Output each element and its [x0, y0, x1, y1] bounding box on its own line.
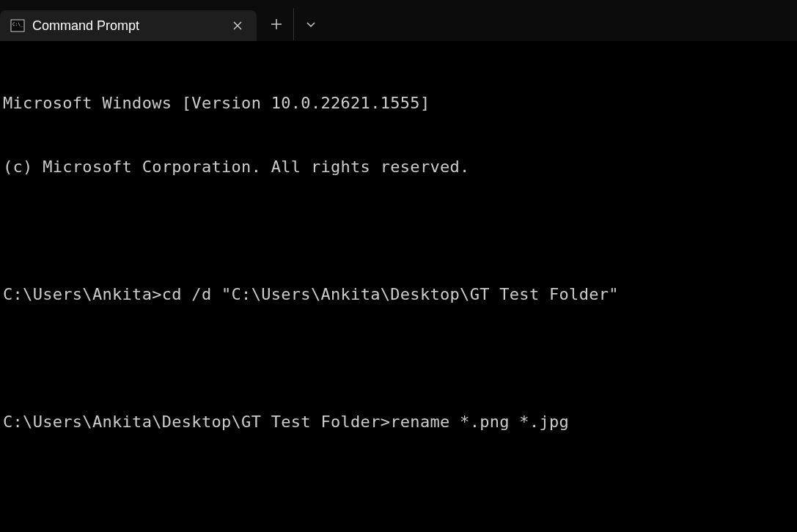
command-1: cd /d "C:\Users\Ankita\Desktop\GT Test F…	[162, 284, 619, 305]
version-line: Microsoft Windows [Version 10.0.22621.15…	[3, 92, 794, 114]
tab-title: Command Prompt	[32, 18, 221, 34]
copyright-line: (c) Microsoft Corporation. All rights re…	[3, 156, 794, 177]
blank-line	[3, 347, 794, 369]
prompt-1: C:\Users\Ankita>	[3, 284, 162, 305]
new-tab-button[interactable]	[260, 8, 293, 40]
blank-line	[3, 476, 794, 497]
tab-command-prompt[interactable]: C:\_ Command Prompt	[0, 10, 257, 41]
svg-text:C:\_: C:\_	[12, 21, 23, 27]
command-2: rename *.png *.jpg	[390, 411, 569, 432]
prompt-2: C:\Users\Ankita\Desktop\GT Test Folder>	[3, 411, 390, 432]
title-bar: C:\_ Command Prompt	[0, 0, 797, 41]
cmd-icon: C:\_	[10, 18, 25, 33]
terminal-output[interactable]: Microsoft Windows [Version 10.0.22621.15…	[0, 41, 797, 532]
close-tab-button[interactable]	[227, 15, 248, 36]
blank-line	[3, 220, 794, 241]
command-line-1: C:\Users\Ankita>cd /d "C:\Users\Ankita\D…	[3, 284, 794, 305]
tab-dropdown-button[interactable]	[293, 8, 327, 40]
command-line-2: C:\Users\Ankita\Desktop\GT Test Folder>r…	[3, 411, 794, 432]
